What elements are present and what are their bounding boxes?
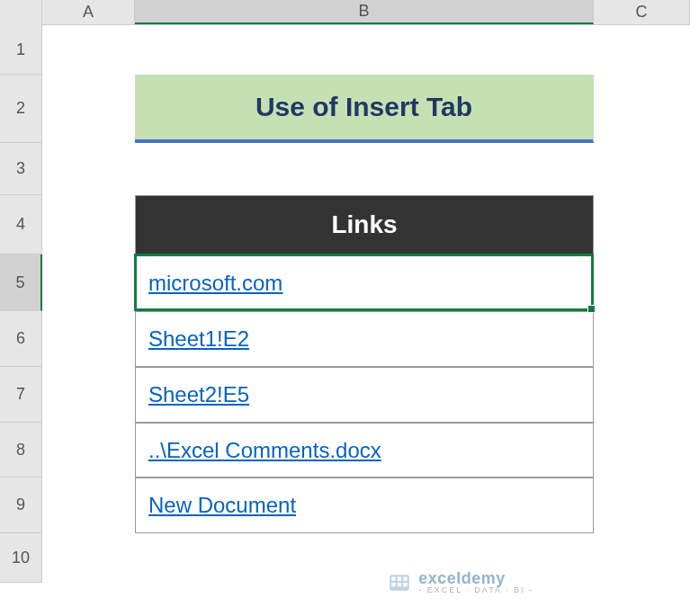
svg-rect-4 xyxy=(391,583,395,586)
watermark-main: exceldemy xyxy=(418,570,533,586)
hyperlink-sheet1-e2[interactable]: Sheet1!E2 xyxy=(148,326,249,352)
cell-C9[interactable] xyxy=(594,478,690,533)
cell-C6[interactable] xyxy=(594,311,690,367)
cell-B7[interactable]: Sheet2!E5 xyxy=(135,367,594,423)
select-all-corner[interactable] xyxy=(0,0,42,25)
watermark: exceldemy - EXCEL · DATA · BI - xyxy=(388,570,533,594)
svg-rect-5 xyxy=(398,583,401,586)
hyperlink-sheet2-e5[interactable]: Sheet2!E5 xyxy=(148,382,249,407)
col-header-A[interactable]: A xyxy=(42,0,135,24)
cell-B3[interactable] xyxy=(135,143,594,195)
cell-A2[interactable] xyxy=(42,75,135,143)
cell-B6[interactable]: Sheet1!E2 xyxy=(135,311,594,367)
row-header-10[interactable]: 10 xyxy=(0,533,42,583)
cell-B9[interactable]: New Document xyxy=(135,478,594,533)
row-header-8[interactable]: 8 xyxy=(0,423,42,478)
cell-C2[interactable] xyxy=(594,75,690,143)
cell-C8[interactable] xyxy=(594,423,690,478)
row-header-2[interactable]: 2 xyxy=(0,75,42,143)
cell-A3[interactable] xyxy=(42,143,135,195)
column-headers-row: A B C xyxy=(0,0,690,25)
svg-rect-2 xyxy=(398,576,401,580)
hyperlink-excel-comments[interactable]: ..\Excel Comments.docx xyxy=(148,438,381,463)
table-header-links[interactable]: Links xyxy=(135,195,594,254)
cell-A4[interactable] xyxy=(42,195,135,254)
cell-C3[interactable] xyxy=(594,143,690,195)
cell-A6[interactable] xyxy=(42,311,135,367)
exceldemy-icon xyxy=(388,571,411,594)
watermark-sub: - EXCEL · DATA · BI - xyxy=(418,586,533,594)
hyperlink-microsoft[interactable]: microsoft.com xyxy=(148,271,282,296)
cell-A10[interactable] xyxy=(42,533,135,583)
col-header-C[interactable]: C xyxy=(594,0,690,24)
row-header-4[interactable]: 4 xyxy=(0,195,42,254)
row-header-6[interactable]: 6 xyxy=(0,311,42,367)
cell-A1[interactable] xyxy=(42,25,135,75)
cell-B8[interactable]: ..\Excel Comments.docx xyxy=(135,423,594,478)
row-header-1[interactable]: 1 xyxy=(0,25,42,75)
svg-rect-6 xyxy=(403,583,407,586)
col-header-B[interactable]: B xyxy=(135,0,594,24)
svg-rect-1 xyxy=(391,576,395,580)
cell-A9[interactable] xyxy=(42,478,135,533)
cell-A7[interactable] xyxy=(42,367,135,423)
cell-C4[interactable] xyxy=(594,195,690,254)
svg-rect-3 xyxy=(403,576,407,580)
spreadsheet-grid: A B C 1 2 Use of Insert Tab 3 4 Links 5 … xyxy=(0,0,690,616)
cell-A5[interactable] xyxy=(42,254,135,311)
cell-B5[interactable]: microsoft.com xyxy=(135,254,594,311)
cell-C5[interactable] xyxy=(594,254,690,311)
row-header-7[interactable]: 7 xyxy=(0,367,42,423)
row-header-5[interactable]: 5 xyxy=(0,254,42,311)
title-banner[interactable]: Use of Insert Tab xyxy=(135,75,594,143)
row-header-9[interactable]: 9 xyxy=(0,478,42,533)
hyperlink-new-document[interactable]: New Document xyxy=(148,493,296,518)
cell-C7[interactable] xyxy=(594,367,690,423)
cell-B1[interactable] xyxy=(135,25,594,75)
row-header-3[interactable]: 3 xyxy=(0,143,42,195)
cell-A8[interactable] xyxy=(42,423,135,478)
cell-C10[interactable] xyxy=(594,533,690,583)
cell-C1[interactable] xyxy=(594,25,690,75)
